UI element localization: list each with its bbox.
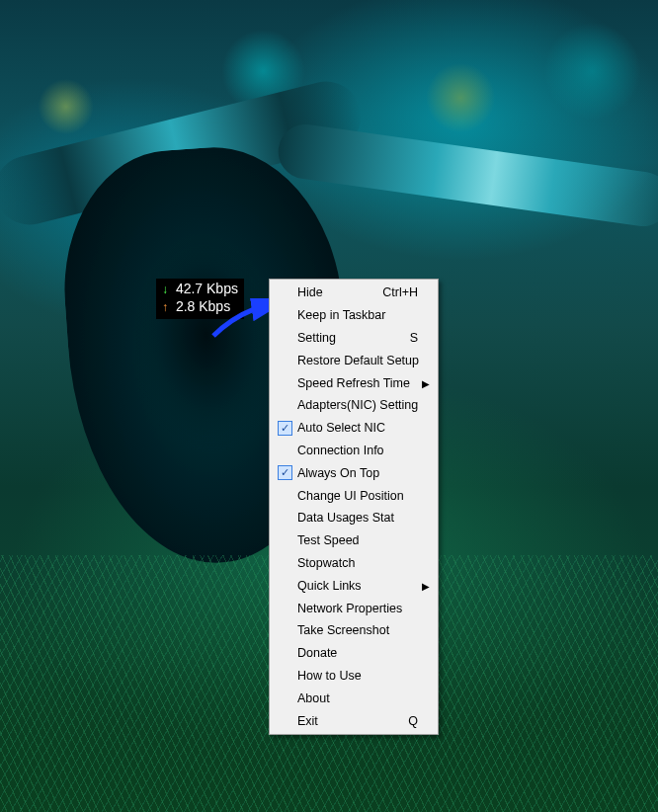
menu-item-label: About xyxy=(297,691,418,705)
menu-item-label: Test Speed xyxy=(297,533,418,547)
checkmark-icon: ✓ xyxy=(278,465,292,480)
menu-item-shortcut: Q xyxy=(408,714,418,728)
menu-item-about[interactable]: About xyxy=(272,687,436,709)
menu-item-take-screenshot[interactable]: Take Screenshot xyxy=(272,619,436,642)
menu-item-label: Stopwatch xyxy=(297,556,418,570)
download-speed-value: 42.7 Kbps xyxy=(176,281,238,296)
menu-item-label: Hide xyxy=(297,285,382,299)
menu-item-speed-refresh[interactable]: Speed Refresh Time▶ xyxy=(272,371,436,394)
menu-item-label: Take Screenshot xyxy=(297,623,418,637)
menu-item-restore-default[interactable]: Restore Default Setup xyxy=(272,349,436,371)
menu-item-change-ui-position[interactable]: Change UI Position xyxy=(272,484,436,507)
menu-item-exit[interactable]: ExitQ xyxy=(272,709,436,732)
context-menu: HideCtrl+HKeep in TaskbarSettingSRestore… xyxy=(269,279,439,735)
network-speed-widget[interactable]: ↓ 42.7 Kbps ↑ 2.8 Kbps xyxy=(156,279,244,319)
menu-item-hide[interactable]: HideCtrl+H xyxy=(272,282,436,304)
menu-item-label: Always On Top xyxy=(297,466,418,480)
menu-item-label: Quick Links xyxy=(297,579,418,593)
upload-speed-row: ↑ 2.8 Kbps xyxy=(162,298,238,316)
menu-item-quick-links[interactable]: Quick Links▶ xyxy=(272,574,436,597)
menu-item-shortcut: Ctrl+H xyxy=(382,285,418,299)
menu-item-stopwatch[interactable]: Stopwatch xyxy=(272,552,436,575)
menu-item-adapters-nic[interactable]: Adapters(NIC) Setting xyxy=(272,394,436,417)
menu-item-label: Connection Info xyxy=(297,444,418,457)
menu-item-check-always-on-top: ✓ xyxy=(272,465,297,480)
download-arrow-icon: ↓ xyxy=(162,282,172,298)
menu-item-label: Auto Select NIC xyxy=(297,421,418,435)
menu-item-network-properties[interactable]: Network Properties xyxy=(272,597,436,619)
menu-item-label: Donate xyxy=(297,646,418,660)
upload-arrow-icon: ↑ xyxy=(162,299,172,316)
menu-item-setting[interactable]: SettingS xyxy=(272,327,436,350)
menu-item-connection-info[interactable]: Connection Info xyxy=(272,440,436,462)
download-speed-row: ↓ 42.7 Kbps xyxy=(162,281,238,298)
menu-item-always-on-top[interactable]: ✓Always On Top xyxy=(272,461,436,484)
menu-item-label: Exit xyxy=(297,714,408,728)
menu-item-data-usages-stat[interactable]: Data Usages Stat xyxy=(272,507,436,529)
menu-item-keep-in-taskbar[interactable]: Keep in Taskbar xyxy=(272,304,436,327)
menu-item-shortcut: S xyxy=(410,331,418,345)
menu-item-how-to-use[interactable]: How to Use xyxy=(272,665,436,688)
upload-speed-value: 2.8 Kbps xyxy=(176,298,230,314)
menu-item-label: Speed Refresh Time xyxy=(297,376,418,390)
menu-item-label: Network Properties xyxy=(297,602,418,615)
menu-item-label: How to Use xyxy=(297,669,418,683)
checkmark-icon: ✓ xyxy=(278,421,292,436)
menu-item-label: Adapters(NIC) Setting xyxy=(297,398,418,412)
desktop-background: ↓ 42.7 Kbps ↑ 2.8 Kbps HideCtrl+HKeep in… xyxy=(0,0,658,812)
menu-item-donate[interactable]: Donate xyxy=(272,642,436,665)
menu-item-label: Change UI Position xyxy=(297,489,418,503)
submenu-arrow-icon: ▶ xyxy=(422,580,430,591)
menu-item-label: Restore Default Setup xyxy=(297,354,419,367)
menu-item-label: Setting xyxy=(297,331,410,345)
menu-item-check-auto-select-nic: ✓ xyxy=(272,421,297,436)
menu-item-test-speed[interactable]: Test Speed xyxy=(272,529,436,552)
menu-item-label: Data Usages Stat xyxy=(297,511,418,525)
menu-item-label: Keep in Taskbar xyxy=(297,308,418,322)
menu-item-auto-select-nic[interactable]: ✓Auto Select NIC xyxy=(272,417,436,440)
submenu-arrow-icon: ▶ xyxy=(422,377,430,388)
